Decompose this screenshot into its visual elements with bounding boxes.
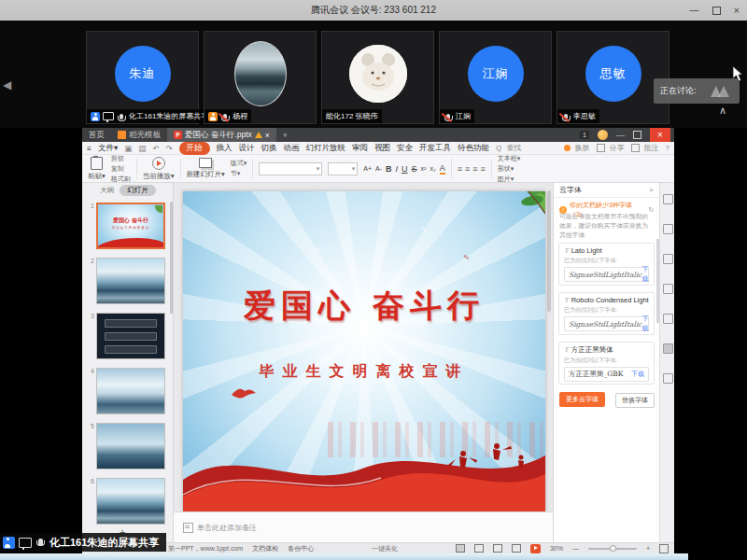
participant-tile-yangcheng[interactable]: 杨程	[204, 31, 317, 124]
shape-button[interactable]: 形状▾	[498, 164, 521, 174]
align-right-icon[interactable]: ≡	[472, 164, 477, 174]
increase-font-button[interactable]: A+	[363, 165, 372, 172]
prev-page-icon[interactable]: ◀	[3, 78, 11, 91]
cut-button[interactable]: 剪切	[111, 154, 131, 163]
panel-scrollbar[interactable]	[170, 202, 173, 314]
tab-home[interactable]: 首页	[82, 128, 111, 142]
highlight-button[interactable]: A	[440, 163, 445, 175]
zoom-in-icon[interactable]: +	[646, 545, 650, 552]
properties-sidebar-icon[interactable]	[663, 254, 673, 264]
italic-button[interactable]: I	[396, 164, 399, 174]
more-cloud-fonts-button[interactable]: 更多云字体	[559, 392, 605, 407]
wps-maximize-icon[interactable]	[633, 131, 641, 139]
share-button[interactable]: 分享	[597, 143, 625, 153]
textbox-button[interactable]: 文本框▾	[498, 154, 521, 163]
font-name-combo[interactable]: ▾	[259, 162, 322, 175]
new-tab-icon[interactable]: +	[276, 128, 294, 142]
slide-thumbnail-3[interactable]	[96, 313, 165, 359]
play-from-current-button[interactable]: 当前播放▾	[143, 157, 175, 181]
comment-button[interactable]: 批注	[631, 143, 659, 153]
user-avatar[interactable]	[598, 130, 608, 140]
menu-transition[interactable]: 切换	[261, 143, 277, 154]
new-slide-button[interactable]: 新建幻灯片▾	[187, 158, 225, 179]
align-center-icon[interactable]: ≡	[465, 164, 470, 174]
participant-tile-lisimin[interactable]: 思敏 李思敏	[557, 31, 669, 124]
cloud-font-sidebar-icon[interactable]	[663, 343, 673, 354]
message-badge[interactable]: 1	[580, 131, 589, 139]
find-button[interactable]: Q 查找	[496, 143, 521, 153]
tab-document[interactable]: P 爱国心 奋斗行.pptx ×	[167, 128, 276, 142]
help-sidebar-icon[interactable]	[663, 314, 673, 324]
undo-icon[interactable]: ↶	[152, 144, 159, 153]
backup-sidebar-icon[interactable]	[663, 373, 673, 384]
panel-close-icon[interactable]: ×	[649, 186, 654, 194]
tab-slides[interactable]: 幻灯片	[120, 185, 156, 196]
tab-outline[interactable]: 大纲	[100, 186, 114, 195]
close-icon[interactable]: ×	[734, 6, 740, 16]
file-menu[interactable]: 文件▾	[98, 143, 118, 154]
line-spacing-icon[interactable]: ≡	[480, 164, 485, 174]
slide-thumbnail-6[interactable]	[96, 478, 165, 525]
slide-thumbnail-4[interactable]	[96, 368, 165, 414]
download-link[interactable]: 下载	[631, 370, 644, 379]
minimize-icon[interactable]: —	[690, 6, 699, 15]
decrease-font-button[interactable]: A-	[375, 165, 382, 172]
menu-security[interactable]: 安全	[397, 143, 413, 154]
picture-button[interactable]: 图片▾	[498, 175, 521, 184]
help-button[interactable]: ?	[666, 144, 669, 152]
fit-screen-icon[interactable]	[659, 544, 669, 553]
slide-title[interactable]: 爱国心 奋斗行	[183, 285, 545, 328]
maximize-icon[interactable]	[712, 7, 721, 15]
doc-check-button[interactable]: 文档体检	[252, 544, 278, 553]
wps-minimize-icon[interactable]: —	[616, 131, 625, 140]
tab-docer[interactable]: 稻壳模板	[111, 128, 167, 142]
subscript-button[interactable]: x₂	[430, 165, 435, 172]
reading-view-icon[interactable]	[493, 544, 502, 553]
slide-thumbnail-1[interactable]: 爱国心 奋斗行 毕业生文明离校宣讲	[96, 203, 165, 249]
slide-thumbnail-5[interactable]	[96, 423, 165, 469]
underline-button[interactable]: U	[402, 164, 408, 174]
menu-view[interactable]: 视图	[374, 143, 390, 154]
collapse-strip-icon[interactable]: ∧	[719, 105, 726, 117]
section-button[interactable]: 节▾	[231, 169, 247, 178]
slide-editor[interactable]: ∿ ∿ ∿ 爱国心 奋斗行 毕业生文明离校宣讲	[183, 191, 545, 511]
menu-devtools[interactable]: 开发工具	[419, 143, 451, 154]
strike-button[interactable]: S	[412, 164, 417, 174]
slide-subtitle[interactable]: 毕业生文明离校宣讲	[183, 362, 545, 382]
menu-slideshow[interactable]: 幻灯片放映	[306, 143, 346, 154]
beautify-button[interactable]: 一键美化	[323, 544, 446, 553]
participant-tile-zhangxiaowei[interactable]: 能化172 张晓伟	[321, 31, 434, 124]
menu-design[interactable]: 设计	[239, 143, 255, 154]
wps-close-icon[interactable]: ×	[650, 128, 670, 142]
paste-button[interactable]: 粘贴▾	[88, 157, 106, 181]
zoom-slider-knob[interactable]	[610, 545, 616, 552]
backup-center-button[interactable]: 备份中心	[288, 544, 314, 553]
bold-button[interactable]: B	[386, 164, 392, 174]
notes-bar[interactable]: 单击此处添加备注	[174, 511, 553, 542]
slideshow-view-icon[interactable]	[512, 544, 521, 553]
menu-animation[interactable]: 动画	[284, 143, 300, 154]
align-left-icon[interactable]: ≡	[458, 164, 462, 174]
download-link[interactable]: 下载	[642, 315, 649, 333]
sorter-view-icon[interactable]	[474, 544, 484, 553]
hamburger-icon[interactable]: ≡	[87, 144, 92, 153]
slide-thumbnail-2[interactable]	[96, 258, 165, 304]
menu-features[interactable]: 特色功能	[458, 143, 489, 154]
participant-tile-jiangxian[interactable]: 江娴 江娴	[439, 31, 552, 124]
font-size-combo[interactable]: ▾	[328, 162, 358, 175]
play-slideshow-button[interactable]	[530, 544, 541, 553]
menu-review[interactable]: 审阅	[352, 143, 368, 154]
close-tab-icon[interactable]: ×	[265, 131, 270, 140]
menu-insert[interactable]: 插入	[217, 143, 233, 154]
superscript-button[interactable]: x²	[421, 165, 427, 172]
docer-sidebar-icon[interactable]	[663, 194, 673, 204]
redo-icon[interactable]: ↷	[165, 144, 172, 153]
animation-sidebar-icon[interactable]	[663, 224, 673, 234]
save-icon[interactable]: ▣	[124, 144, 132, 153]
copy-button[interactable]: 复制	[111, 164, 131, 174]
download-link[interactable]: 下载	[642, 265, 649, 284]
zoom-out-icon[interactable]: —	[572, 545, 579, 552]
print-icon[interactable]: ▤	[138, 144, 146, 153]
normal-view-icon[interactable]	[456, 544, 465, 553]
replace-fonts-button[interactable]: 替换字体	[615, 393, 655, 408]
